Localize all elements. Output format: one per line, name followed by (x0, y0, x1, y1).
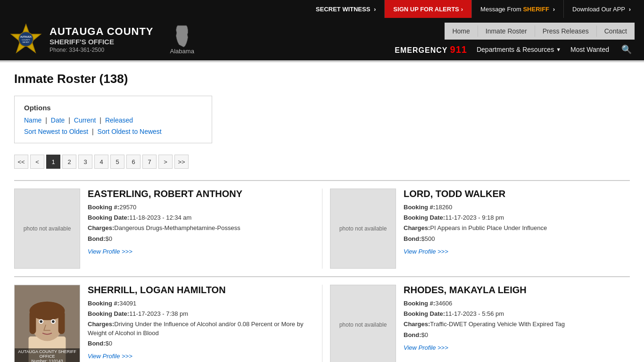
bond-lord: Bond:$500 (404, 235, 630, 243)
inmate-list: photo not available EASTERLING, ROBERT A… (14, 180, 630, 362)
state-name: Alabama (170, 48, 194, 55)
svg-text:AUTAUGA: AUTAUGA (20, 36, 32, 38)
view-profile-rhodes[interactable]: View Profile >>> (404, 344, 448, 351)
page-last[interactable]: >> (174, 155, 189, 169)
filter-name[interactable]: Name (24, 116, 41, 124)
page-next[interactable]: > (158, 155, 173, 169)
inmate-card-lord: photo not available LORD, TODD WALKER Bo… (322, 189, 630, 269)
phone-number: Phone: 334-361-2500 (50, 47, 154, 53)
page-first[interactable]: << (14, 155, 28, 169)
inmate-card-easterling: photo not available EASTERLING, ROBERT A… (14, 189, 322, 269)
page-2[interactable]: 2 (62, 155, 76, 169)
header-nav: Home Inmate Roster Press Releases Contac… (395, 23, 635, 56)
charges-lord: Charges:PI Appears in Public Place Under… (404, 224, 630, 232)
inmate-info-sherrill: SHERRILL, LOGAN HAMILTON Booking #:34091… (88, 285, 314, 362)
inmate-info-rhodes: RHODES, MAKAYLA LEIGH Booking #:34606 Bo… (404, 285, 630, 362)
departments-label: Departments & Resources (477, 46, 554, 53)
header-title-group: AUTAUGA COUNTY SHERIFF'S OFFICE Phone: 3… (50, 25, 154, 53)
charges-rhodes: Charges:Traffic-DWET Operating Vehicle W… (404, 320, 630, 329)
nav-press-releases[interactable]: Press Releases (535, 25, 597, 37)
charges-easterling: Charges:Dangerous Drugs-Methamphetamine-… (88, 224, 314, 232)
page-6[interactable]: 6 (126, 155, 140, 169)
booking-num-rhodes: Booking #:34606 (404, 299, 630, 308)
booking-date-easterling: Booking Date:11-18-2023 - 12:34 am (88, 214, 314, 222)
sheriff-badge: AUTAUGA COUNTY SHERIFF (9, 23, 42, 56)
sort-newest[interactable]: Sort Newest to Oldest (24, 128, 88, 135)
inmate-info-easterling: EASTERLING, ROBERT ANTHONY Booking #:295… (88, 189, 314, 269)
download-app-link[interactable]: Download Our APP › (564, 0, 639, 18)
inmate-name-easterling: EASTERLING, ROBERT ANTHONY (88, 189, 314, 199)
page-3[interactable]: 3 (78, 155, 92, 169)
inmate-name-lord: LORD, TODD WALKER (404, 189, 630, 199)
booking-num-lord: Booking #:18260 (404, 203, 630, 212)
filter-links: Name | Date | Current | Released (24, 116, 202, 124)
secret-witness-link[interactable]: SECRET WITNESS › (307, 0, 385, 18)
bond-easterling: Bond:$0 (88, 235, 314, 243)
page-4[interactable]: 4 (94, 155, 108, 169)
top-bar: SECRET WITNESS › SIGN UP FOR ALERTS › Me… (0, 0, 644, 18)
message-sheriff-link[interactable]: Message From SHERIFF › (472, 0, 564, 18)
sort-links: Sort Newest to Oldest | Sort Oldest to N… (24, 128, 202, 135)
departments-link[interactable]: Departments & Resources ▼ (477, 46, 561, 53)
sort-oldest[interactable]: Sort Oldest to Newest (98, 128, 162, 135)
most-wanted-link[interactable]: Most Wanted (570, 46, 609, 53)
state-info: Alabama (170, 24, 194, 55)
page-1[interactable]: 1 (46, 155, 60, 169)
nav-inmate-roster[interactable]: Inmate Roster (478, 25, 535, 37)
bond-sherrill: Bond:$0 (88, 339, 314, 348)
view-profile-sherrill[interactable]: View Profile >>> (88, 353, 132, 360)
svg-point-13 (40, 320, 42, 323)
options-box: Options Name | Date | Current | Released… (14, 96, 212, 143)
nav-contact[interactable]: Contact (597, 25, 635, 37)
booking-date-sherrill: Booking Date:11-17-2023 - 7:38 pm (88, 310, 314, 318)
sign-up-alerts-label: SIGN UP FOR ALERTS (393, 6, 459, 13)
svg-text:COUNTY: COUNTY (22, 39, 30, 41)
page-prev[interactable]: < (30, 155, 44, 169)
no-photo-label: photo not available (339, 321, 387, 328)
inmate-photo-rhodes: photo not available (330, 285, 396, 362)
inmate-name-rhodes: RHODES, MAKAYLA LEIGH (404, 285, 630, 296)
bottom-nav: EMERGENCY 911 Departments & Resources ▼ … (395, 40, 635, 56)
inmate-photo-sherrill: AUTAUGA COUNTY SHERIFF OFFICENumber: 110… (14, 285, 80, 362)
svg-rect-9 (30, 311, 36, 334)
pagination: << < 1 2 3 4 5 6 7 > >> (14, 155, 630, 169)
page-title: Inmate Roster (138) (14, 72, 630, 86)
booking-date-rhodes: Booking Date:11-17-2023 - 5:56 pm (404, 310, 630, 318)
inmate-card-sherrill: AUTAUGA COUNTY SHERIFF OFFICENumber: 110… (14, 285, 322, 362)
view-profile-easterling[interactable]: View Profile >>> (88, 248, 132, 255)
secret-witness-label: SECRET WITNESS › (316, 6, 376, 13)
nav-home[interactable]: Home (445, 25, 478, 37)
svg-point-14 (52, 320, 55, 323)
download-app-label: Download Our APP (572, 6, 625, 13)
inmate-info-lord: LORD, TODD WALKER Booking #:18260 Bookin… (404, 189, 630, 269)
office-name: SHERIFF'S OFFICE (50, 38, 154, 46)
departments-caret-icon: ▼ (556, 47, 561, 52)
no-photo-label: photo not available (339, 225, 387, 232)
inmate-photo-easterling: photo not available (14, 189, 80, 269)
view-profile-lord[interactable]: View Profile >>> (404, 248, 448, 255)
emergency-number: 911 (450, 44, 467, 55)
site-header: AUTAUGA COUNTY SHERIFF AUTAUGA COUNTY SH… (0, 18, 644, 60)
svg-rect-10 (58, 311, 65, 334)
county-name: AUTAUGA COUNTY (50, 25, 154, 38)
svg-text:SHERIFF: SHERIFF (23, 41, 30, 43)
main-content: Inmate Roster (138) Options Name | Date … (0, 62, 644, 362)
emergency-label: EMERGENCY (395, 46, 447, 54)
page-7[interactable]: 7 (142, 155, 157, 169)
inmate-name-sherrill: SHERRILL, LOGAN HAMILTON (88, 285, 314, 296)
table-row: AUTAUGA COUNTY SHERIFF OFFICENumber: 110… (14, 276, 630, 362)
filter-date[interactable]: Date (51, 116, 65, 124)
charges-sherrill: Charges:Driving Under the Influence of A… (88, 320, 314, 337)
most-wanted-label: Most Wanted (570, 46, 609, 53)
logo-group: AUTAUGA COUNTY SHERIFF AUTAUGA COUNTY SH… (9, 23, 194, 56)
page-5[interactable]: 5 (110, 155, 124, 169)
emergency-badge: EMERGENCY 911 (395, 44, 467, 55)
inmate-card-rhodes: photo not available RHODES, MAKAYLA LEIG… (322, 285, 630, 362)
filter-released[interactable]: Released (105, 116, 133, 124)
search-button[interactable]: 🔍 (619, 43, 635, 56)
filter-current[interactable]: Current (74, 116, 96, 124)
sign-up-alerts-link[interactable]: SIGN UP FOR ALERTS › (385, 0, 472, 18)
message-from-label: Message From (480, 6, 521, 13)
top-nav: Home Inmate Roster Press Releases Contac… (445, 23, 635, 40)
no-photo-label: photo not available (24, 225, 71, 232)
